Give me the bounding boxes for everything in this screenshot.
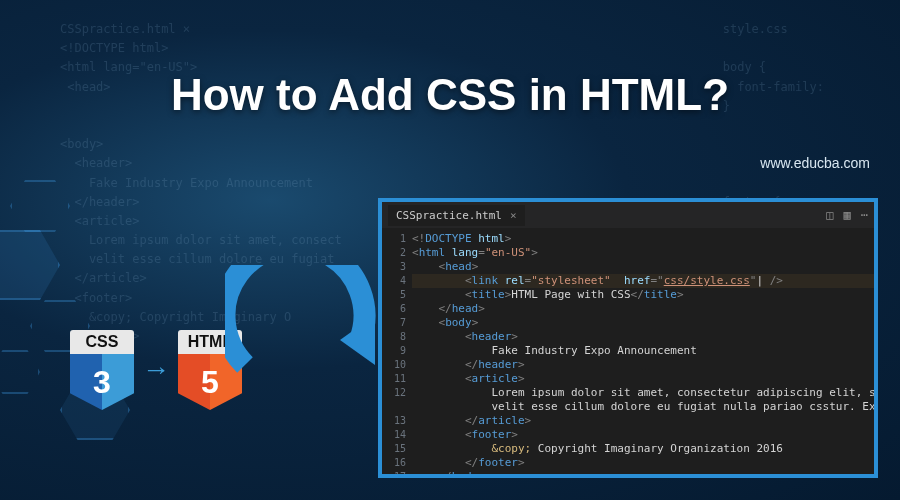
layout-icon[interactable]: ▦ [844,208,851,222]
css-version: 3 [70,354,134,410]
tab-filename: CSSpractice.html [396,209,502,222]
tech-logos: CSS 3 → HTML 5 [70,330,242,410]
curved-arrow-icon [225,265,395,445]
hexagon-decoration [0,230,60,300]
hexagon-decoration [0,350,40,394]
more-icon[interactable]: ⋯ [861,208,868,222]
close-icon[interactable]: × [510,209,517,222]
css3-logo: CSS 3 [70,330,134,410]
editor-body: 123456789101112 131415161718 <!DOCTYPE h… [382,228,874,474]
editor-tabbar: CSSpractice.html × ◫ ▦ ⋯ [382,202,874,228]
split-icon[interactable]: ◫ [826,208,833,222]
editor-tab[interactable]: CSSpractice.html × [388,205,525,226]
arrow-right-icon: → [142,354,170,386]
website-url: www.educba.com [760,155,870,171]
css-label: CSS [70,330,134,354]
code-area[interactable]: <!DOCTYPE html><html lang="en-US"> <head… [412,228,874,474]
line-gutter: 123456789101112 131415161718 [382,228,412,474]
page-title: How to Add CSS in HTML? [0,70,900,120]
code-editor-panel: CSSpractice.html × ◫ ▦ ⋯ 123456789101112… [378,198,878,478]
